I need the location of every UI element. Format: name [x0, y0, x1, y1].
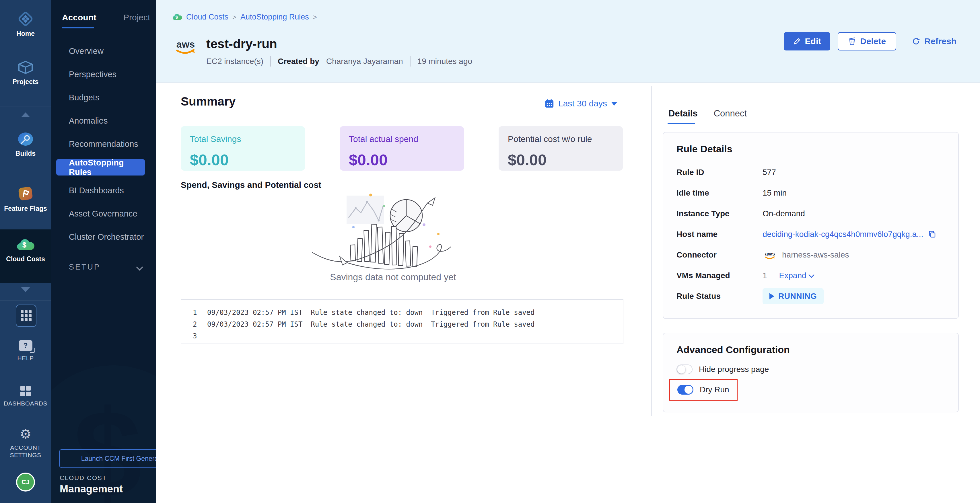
tab-details-underline [668, 123, 695, 124]
rail-item-label: DASHBOARDS [4, 400, 47, 407]
instance-type-row: Instance Type On-demand [676, 203, 945, 224]
aws-connector-icon: aws [762, 249, 778, 261]
nav-item-overview[interactable]: Overview [51, 40, 156, 63]
tab-account-underline [62, 27, 94, 29]
harness-logo-icon [18, 11, 33, 26]
rail-item-cloud-costs[interactable]: $ Cloud Costs [0, 239, 51, 263]
feature-flags-icon [18, 186, 33, 202]
module-rail: Home Projects [0, 0, 51, 503]
log-line: 209/03/2023 02:57 PM IST Rule state chan… [193, 319, 623, 330]
dashboards-grid-icon [21, 386, 31, 396]
nav-item-autostopping-rules[interactable]: AutoStopping Rules [56, 159, 145, 176]
created-age: 19 minutes ago [417, 57, 472, 66]
status-badge: RUNNING [762, 288, 824, 304]
hide-progress-toggle[interactable] [676, 365, 692, 374]
tab-account[interactable]: Account [62, 13, 96, 22]
idle-time-row: Idle time 15 min [676, 182, 945, 203]
total-actual-spend-card: Total actual spend $0.00 [340, 126, 464, 171]
cloud-costs-watermark [51, 365, 156, 503]
cloud-costs-breadcrumb-icon: $ [172, 13, 182, 21]
delete-button-label: Delete [860, 36, 886, 46]
instance-type-text: EC2 instance(s) [206, 57, 263, 66]
date-range-label: Last 30 days [558, 98, 607, 108]
rule-details-card: Rule Details Rule ID 577 Idle time 15 mi… [663, 132, 959, 319]
card-label: Potential cost w/o rule [508, 134, 614, 144]
rail-divider-bottom [0, 300, 51, 301]
refresh-button[interactable]: Refresh [909, 32, 959, 51]
connector-row: Connector aws harness-aws-sales [676, 244, 945, 265]
created-by-value: Charanya Jayaraman [326, 57, 403, 66]
total-savings-card: Total Savings $0.00 [181, 126, 305, 171]
status-text: RUNNING [778, 292, 817, 301]
tab-connect[interactable]: Connect [714, 108, 747, 119]
rail-divider [0, 106, 51, 106]
avatar[interactable]: CJ [16, 473, 35, 492]
svg-text:$: $ [176, 14, 178, 19]
tab-project[interactable]: Project [123, 13, 150, 22]
host-name-row: Host name deciding-kodiak-cg4qcs4h0mmv6l… [676, 224, 945, 244]
nav-item-budgets[interactable]: Budgets [51, 86, 156, 109]
nav-item-anomalies[interactable]: Anomalies [51, 109, 156, 132]
rule-status-row: Rule Status RUNNING [676, 286, 945, 306]
rail-item-dashboards[interactable]: DASHBOARDS [0, 386, 51, 407]
vms-expand-button[interactable]: Expand [779, 271, 814, 280]
edit-button[interactable]: Edit [784, 32, 830, 51]
summary-cards: Total Savings $0.00 Total actual spend $… [181, 126, 623, 171]
created-by-label: Created by [278, 57, 319, 66]
rail-item-feature-flags[interactable]: Feature Flags [0, 186, 51, 212]
date-range-dropdown[interactable]: Last 30 days [544, 98, 617, 108]
card-value: $0.00 [190, 151, 296, 169]
caret-down-icon [611, 102, 617, 106]
rail-item-label: Home [16, 30, 35, 37]
nav-item-bi-dashboards[interactable]: BI Dashboards [51, 179, 156, 202]
spend-savings-heading: Spend, Savings and Potential cost [181, 180, 321, 190]
dry-run-toggle[interactable] [677, 385, 694, 395]
breadcrumb-cloud-costs[interactable]: Cloud Costs [186, 13, 228, 22]
summary-heading: Summary [181, 95, 235, 108]
delete-button[interactable]: Delete [838, 32, 896, 51]
rail-scroll-down-chevron[interactable] [21, 287, 30, 292]
cloud-costs-icon: $ [17, 239, 34, 252]
potential-cost-card: Potential cost w/o rule $0.00 [499, 126, 623, 171]
svg-text:$: $ [22, 241, 27, 249]
dry-run-label: Dry Run [700, 385, 729, 394]
title-meta: EC2 instance(s) Created by Charanya Jaya… [206, 56, 472, 67]
rail-item-home[interactable]: Home [0, 11, 51, 37]
aws-logo: aws [172, 34, 199, 59]
edit-button-label: Edit [805, 36, 821, 46]
rail-scroll-up-chevron[interactable] [21, 113, 30, 117]
page-title: test-dry-run [206, 37, 277, 51]
rail-item-label: Feature Flags [4, 205, 47, 212]
module-picker-button[interactable] [16, 305, 37, 327]
breadcrumb-separator: > [232, 13, 236, 21]
log-line: 3 [193, 330, 623, 342]
vms-managed-row: VMs Managed 1 Expand [676, 265, 945, 286]
empty-chart-doodle [310, 190, 476, 271]
breadcrumb-autostopping-rules[interactable]: AutoStopping Rules [240, 13, 309, 22]
setup-section-toggle[interactable]: SETUP [69, 263, 142, 271]
launch-ccm-first-gen-button[interactable]: Launch CCM First Generation [59, 449, 156, 468]
host-name-link[interactable]: deciding-kodiak-cg4qcs4h0mmv6lo7gqkg.a..… [762, 230, 923, 239]
chevron-down-icon [808, 271, 814, 278]
nav-item-perspectives[interactable]: Perspectives [51, 63, 156, 86]
tab-details[interactable]: Details [668, 108, 698, 119]
apps-grid-icon [21, 310, 32, 321]
help-chat-icon: ? [19, 340, 32, 351]
trash-icon [848, 37, 856, 46]
rail-item-builds[interactable]: Builds [0, 132, 51, 157]
nav-item-asset-governance[interactable]: Asset Governance [51, 202, 156, 225]
copy-icon[interactable] [928, 230, 936, 239]
card-label: Total actual spend [349, 134, 455, 144]
setup-label: SETUP [69, 263, 100, 271]
card-label: Total Savings [190, 134, 296, 144]
log-line: 109/03/2023 02:57 PM IST Rule state chan… [193, 307, 623, 319]
rail-item-projects[interactable]: Projects [0, 60, 51, 86]
play-icon [769, 293, 774, 299]
nav-item-recommendations[interactable]: Recommendations [51, 132, 156, 156]
nav-items: Overview Perspectives Budgets Anomalies … [51, 40, 156, 249]
nav-item-cluster-orchestrator[interactable]: Cluster Orchestrator [51, 225, 156, 249]
rail-item-help[interactable]: ? HELP [0, 340, 51, 362]
rail-item-account-settings[interactable]: ⚙ ACCOUNT SETTINGS [0, 427, 51, 459]
user-avatar-wrap: CJ [0, 473, 51, 492]
refresh-icon [912, 37, 920, 46]
